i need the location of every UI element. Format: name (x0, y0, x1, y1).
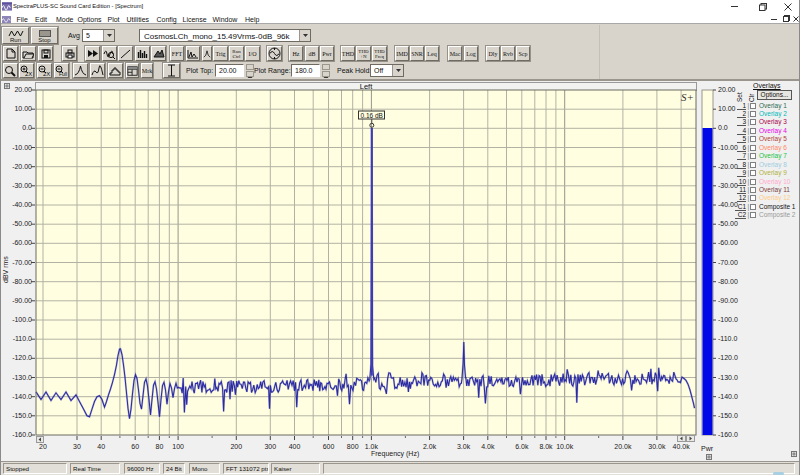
svg-text:0.16 dB: 0.16 dB (361, 112, 383, 119)
svg-text:S+: S+ (681, 91, 694, 103)
